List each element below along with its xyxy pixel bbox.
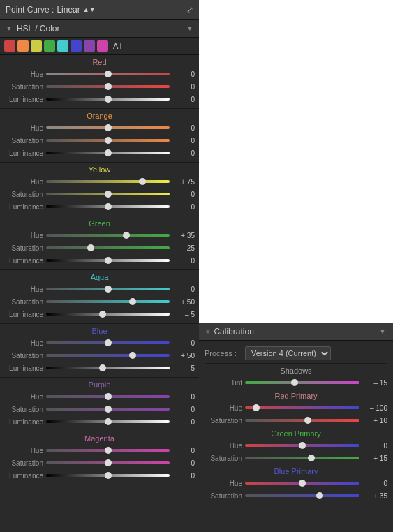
blue-primary-sat-track[interactable] [245, 492, 359, 499]
magenta-swatch[interactable] [97, 40, 108, 52]
all-colors-button[interactable]: All [110, 42, 124, 50]
purple-hue-row: Hue 0 [0, 390, 199, 403]
red-primary-sat-track[interactable] [245, 417, 359, 424]
green-primary-hue-value: 0 [362, 442, 387, 450]
blue-primary-hue-label: Hue [205, 480, 242, 487]
purple-swatch[interactable] [84, 40, 95, 52]
red-swatch[interactable] [4, 40, 15, 52]
yellow-hue-track[interactable] [46, 178, 170, 185]
orange-group-title: Orange [0, 112, 199, 120]
purple-sat-track[interactable] [46, 406, 170, 413]
magenta-hue-track[interactable] [46, 447, 170, 454]
blue-hue-label: Hue [4, 339, 43, 347]
hsl-title: HSL / Color [17, 24, 60, 34]
red-primary-sat-value: + 10 [362, 417, 387, 424]
purple-hue-track[interactable] [46, 393, 170, 400]
yellow-group-title: Yellow [0, 165, 199, 174]
orange-swatch[interactable] [17, 40, 29, 52]
red-group: Red Hue 0 Saturation 0 [0, 55, 199, 109]
yellow-hue-value: + 75 [172, 178, 195, 186]
purple-hue-label: Hue [4, 393, 43, 401]
purple-lum-track[interactable] [46, 418, 170, 425]
yellow-sat-track[interactable] [46, 191, 170, 198]
green-swatch[interactable] [44, 40, 55, 52]
hsl-content: Red Hue 0 Saturation 0 [0, 55, 199, 532]
shadows-tint-row: Tint – 15 [205, 376, 387, 389]
shadows-tint-label: Tint [205, 379, 242, 387]
green-sat-label: Saturation [4, 244, 43, 252]
shadows-title: Shadows [205, 367, 387, 375]
aqua-sat-track[interactable] [46, 298, 170, 305]
blue-sat-track[interactable] [46, 352, 170, 359]
right-area: ■ Calibration ▼ Process : Version 4 (Cur… [199, 0, 393, 532]
blue-lum-label: Luminance [4, 364, 43, 372]
green-hue-value: + 35 [172, 232, 195, 239]
point-curve-expand[interactable]: ⤢ [186, 5, 193, 15]
blue-group: Blue Hue 0 Saturation + 50 [0, 324, 199, 378]
aqua-hue-track[interactable] [46, 286, 170, 293]
yellow-hue-row: Hue + 75 [0, 175, 199, 188]
magenta-sat-value: 0 [172, 459, 195, 467]
orange-sat-label: Saturation [4, 137, 43, 145]
magenta-hue-label: Hue [4, 447, 43, 455]
magenta-group-title: Magenta [0, 434, 199, 443]
calibration-header: ■ Calibration ▼ [199, 323, 393, 341]
green-lum-track[interactable] [46, 257, 170, 264]
red-primary-hue-track[interactable] [245, 404, 359, 411]
green-lum-label: Luminance [4, 257, 43, 265]
aqua-hue-label: Hue [4, 286, 43, 293]
aqua-lum-value: – 5 [172, 311, 195, 318]
red-primary-hue-value: – 100 [362, 404, 387, 412]
left-panel: Point Curve : Linear ▲▼ ⤢ ▼ HSL / Color … [0, 0, 199, 532]
blue-lum-track[interactable] [46, 364, 170, 371]
orange-hue-track[interactable] [46, 124, 170, 131]
yellow-swatch[interactable] [31, 40, 42, 52]
blue-sat-value: + 50 [172, 352, 195, 360]
red-lum-track[interactable] [46, 96, 170, 103]
orange-lum-label: Luminance [4, 149, 43, 157]
blue-primary-hue-row: Hue 0 [205, 477, 387, 489]
magenta-lum-track[interactable] [46, 472, 170, 479]
orange-lum-track[interactable] [46, 149, 170, 156]
aqua-hue-value: 0 [172, 286, 195, 293]
red-lum-row: Luminance 0 [0, 93, 199, 105]
aqua-lum-track[interactable] [46, 311, 170, 318]
magenta-group: Magenta Hue 0 Saturation 0 [0, 431, 199, 485]
red-hue-track[interactable] [46, 71, 170, 77]
red-hue-row: Hue 0 [0, 68, 199, 80]
red-sat-track[interactable] [46, 83, 170, 90]
point-curve-arrow: ▲▼ [83, 6, 96, 13]
calibration-panel: ■ Calibration ▼ Process : Version 4 (Cur… [199, 323, 393, 532]
magenta-sat-track[interactable] [46, 459, 170, 466]
green-hue-track[interactable] [46, 232, 170, 239]
orange-sat-track[interactable] [46, 137, 170, 144]
red-group-title: Red [0, 58, 199, 66]
calib-chevron: ▼ [379, 327, 386, 335]
green-hue-label: Hue [4, 232, 43, 239]
orange-lum-value: 0 [172, 149, 195, 157]
blue-hue-value: 0 [172, 339, 195, 347]
yellow-sat-value: 0 [172, 191, 195, 198]
purple-sat-label: Saturation [4, 406, 43, 413]
orange-hue-value: 0 [172, 124, 195, 132]
green-group-title: Green [0, 219, 199, 228]
point-curve-value[interactable]: Linear [57, 5, 80, 15]
yellow-hue-label: Hue [4, 178, 43, 186]
orange-hue-row: Hue 0 [0, 121, 199, 134]
red-primary-group: Red Primary Hue – 100 Saturation [205, 392, 387, 427]
blue-swatch[interactable] [71, 40, 82, 52]
green-primary-hue-track[interactable] [245, 442, 359, 449]
shadows-tint-track[interactable] [245, 379, 359, 386]
blue-hue-track[interactable] [46, 339, 170, 346]
green-lum-row: Luminance 0 [0, 254, 199, 267]
process-select[interactable]: Version 4 (Current) [245, 346, 331, 360]
yellow-lum-track[interactable] [46, 203, 170, 210]
green-primary-hue-row: Hue 0 [205, 439, 387, 452]
aqua-swatch[interactable] [57, 40, 68, 52]
green-sat-track[interactable] [46, 244, 170, 251]
aqua-lum-row: Luminance – 5 [0, 308, 199, 320]
green-primary-sat-row: Saturation + 15 [205, 452, 387, 464]
hsl-expand-toggle[interactable]: ▼ [6, 24, 13, 32]
blue-primary-hue-track[interactable] [245, 480, 359, 487]
green-primary-sat-track[interactable] [245, 455, 359, 461]
